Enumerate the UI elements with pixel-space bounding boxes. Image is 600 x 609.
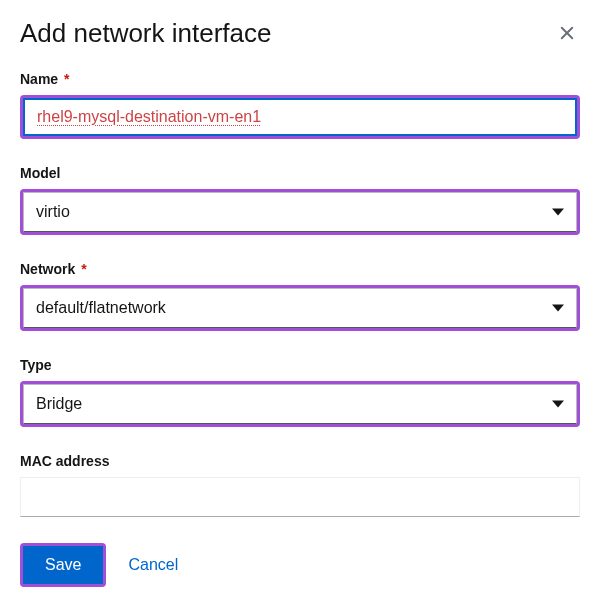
model-select[interactable]: virtio (23, 192, 577, 232)
close-button[interactable] (554, 20, 580, 46)
type-label: Type (20, 357, 580, 373)
required-marker: * (81, 261, 86, 277)
mac-label: MAC address (20, 453, 580, 469)
type-highlight: Bridge (20, 381, 580, 427)
model-label: Model (20, 165, 580, 181)
model-highlight: virtio (20, 189, 580, 235)
model-label-text: Model (20, 165, 60, 181)
save-highlight: Save (20, 543, 106, 587)
cancel-button[interactable]: Cancel (128, 556, 178, 574)
type-label-text: Type (20, 357, 52, 373)
network-field: Network * default/flatnetwork (20, 261, 580, 331)
network-label-text: Network (20, 261, 75, 277)
chevron-down-icon (552, 209, 564, 216)
network-select[interactable]: default/flatnetwork (23, 288, 577, 328)
add-network-interface-modal: Add network interface Name * Model virti… (0, 0, 600, 603)
type-field: Type Bridge (20, 357, 580, 427)
name-highlight (20, 95, 580, 139)
type-select-value: Bridge (36, 395, 82, 413)
chevron-down-icon (552, 401, 564, 408)
name-field: Name * (20, 71, 580, 139)
name-label: Name * (20, 71, 580, 87)
name-input[interactable] (23, 98, 577, 136)
type-select[interactable]: Bridge (23, 384, 577, 424)
required-marker: * (64, 71, 69, 87)
model-field: Model virtio (20, 165, 580, 235)
mac-input[interactable] (20, 477, 580, 517)
save-button[interactable]: Save (23, 546, 103, 584)
network-label: Network * (20, 261, 580, 277)
name-label-text: Name (20, 71, 58, 87)
model-select-value: virtio (36, 203, 70, 221)
mac-label-text: MAC address (20, 453, 109, 469)
close-icon (558, 24, 576, 42)
chevron-down-icon (552, 305, 564, 312)
modal-title: Add network interface (20, 18, 271, 49)
modal-header: Add network interface (20, 18, 580, 49)
modal-actions: Save Cancel (20, 543, 580, 587)
mac-field: MAC address (20, 453, 580, 517)
network-select-value: default/flatnetwork (36, 299, 166, 317)
network-highlight: default/flatnetwork (20, 285, 580, 331)
